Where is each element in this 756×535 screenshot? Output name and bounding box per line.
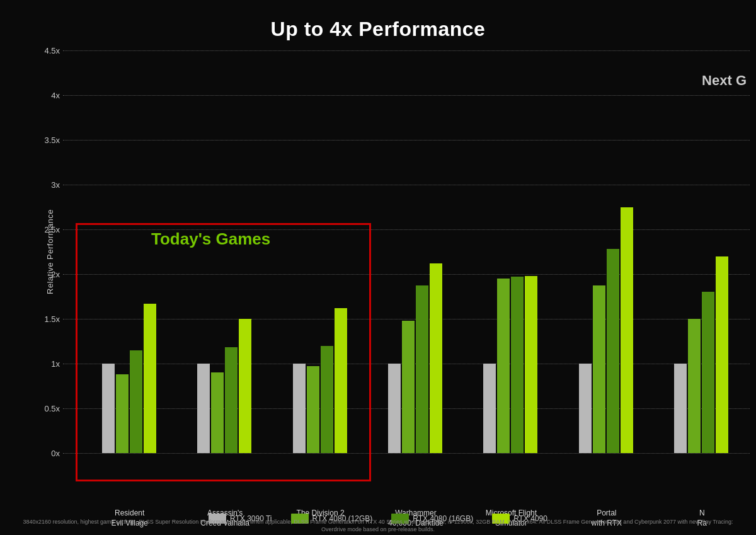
y-tick-label: 0x	[35, 449, 60, 458]
bar-4-0	[483, 364, 496, 453]
bar-1-2	[225, 347, 238, 453]
bar-3-2	[416, 285, 428, 453]
bar-4-3	[525, 276, 537, 453]
bar-5-1	[593, 285, 605, 453]
chart-container: Up to 4x Performance Relative Performanc…	[0, 0, 756, 535]
y-tick-label: 1.5x	[35, 314, 60, 324]
bar-4-2	[511, 277, 524, 453]
bar-6-2	[702, 292, 714, 453]
bar-5-2	[607, 249, 619, 453]
bar-0-3	[144, 304, 156, 453]
bar-5-0	[579, 364, 592, 453]
footnote: 3840x2160 resolution, highest game setti…	[0, 518, 756, 534]
bars-container	[82, 50, 750, 453]
next-gen-label: Next G	[702, 72, 747, 89]
bar-2-2	[321, 346, 333, 453]
bar-2-3	[335, 308, 347, 453]
y-tick-label: 4.5x	[35, 46, 60, 55]
chart-title: Up to 4x Performance	[0, 0, 756, 41]
bar-0-2	[130, 350, 142, 453]
y-tick-label: 4x	[35, 91, 60, 100]
bar-3-3	[430, 263, 442, 453]
y-tick-label: 2.5x	[35, 225, 60, 234]
y-tick-label: 3.5x	[35, 135, 60, 145]
y-tick-label: 0.5x	[35, 404, 60, 413]
bar-4-1	[497, 279, 510, 453]
todays-games-label: Today's Games	[151, 229, 270, 249]
bar-2-1	[307, 366, 319, 453]
bar-1-0	[197, 364, 210, 453]
bar-1-1	[211, 372, 224, 453]
bar-6-0	[674, 364, 687, 453]
bar-2-0	[293, 364, 306, 453]
y-tick-label: 3x	[35, 180, 60, 190]
bar-5-3	[621, 207, 633, 454]
bar-6-1	[688, 319, 701, 453]
bar-0-0	[102, 364, 115, 453]
bar-3-1	[402, 321, 415, 453]
bar-0-1	[116, 374, 129, 453]
bar-1-3	[239, 319, 251, 453]
y-tick-label: 1x	[35, 359, 60, 369]
bar-3-0	[388, 364, 401, 453]
y-tick-label: 2x	[35, 270, 60, 279]
bar-6-3	[716, 256, 728, 453]
